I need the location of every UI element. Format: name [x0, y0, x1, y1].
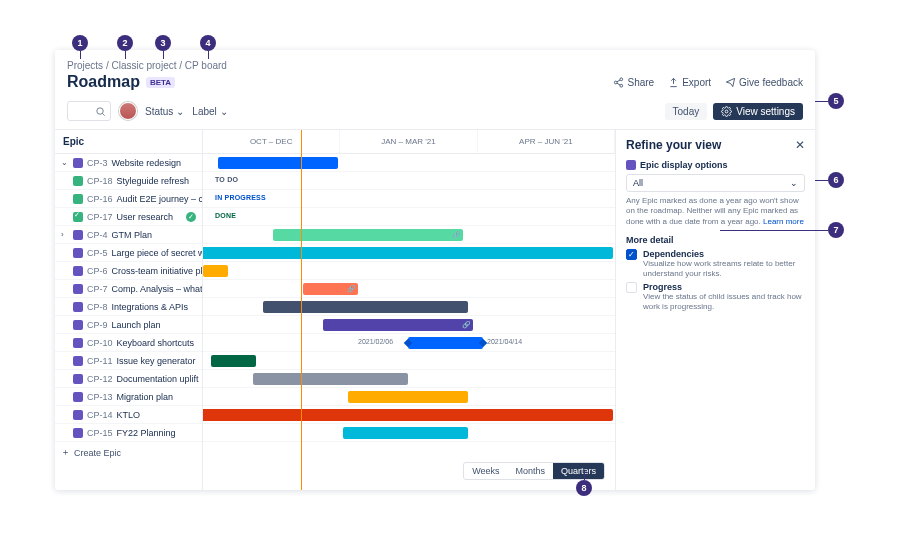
gantt-bar[interactable]: 🔗: [303, 283, 358, 295]
export-button[interactable]: Export: [668, 77, 711, 88]
zoom-weeks[interactable]: Weeks: [464, 463, 507, 479]
breadcrumb[interactable]: Projects / Classic project / CP board: [55, 50, 815, 73]
gantt-bar[interactable]: [263, 301, 468, 313]
svg-point-0: [620, 77, 623, 80]
gantt-bar[interactable]: [203, 247, 613, 259]
story-icon: [73, 194, 83, 204]
date-label: 2021/04/14: [487, 338, 522, 345]
epic-row[interactable]: CP-9Launch plan: [55, 316, 202, 334]
search-icon: [95, 106, 106, 117]
today-marker: [301, 130, 302, 490]
epic-row[interactable]: CP-16Audit E2E journey – consu…: [55, 190, 202, 208]
epic-icon: [73, 248, 83, 258]
epic-row[interactable]: CP-6Cross-team initiative planning: [55, 262, 202, 280]
timeline[interactable]: OCT – DEC JAN – MAR '21 APR – JUN '21 TO…: [203, 130, 615, 490]
epic-row[interactable]: CP-15FY22 Planning: [55, 424, 202, 442]
epic-row[interactable]: CP-12Documentation uplift: [55, 370, 202, 388]
learn-more-link[interactable]: Learn more: [763, 217, 804, 226]
gantt-bar[interactable]: [408, 337, 483, 349]
gantt-bar[interactable]: [218, 157, 338, 169]
gantt-bar[interactable]: 🔗: [323, 319, 473, 331]
refine-view-panel: Refine your view ✕ Epic display options …: [615, 130, 815, 490]
timeline-lane: [203, 424, 615, 442]
chevron-down-icon: ⌄: [176, 106, 184, 117]
issue-summary: GTM Plan: [112, 230, 153, 240]
timeline-header: OCT – DEC JAN – MAR '21 APR – JUN '21: [203, 130, 615, 154]
status-label: TO DO: [215, 176, 238, 183]
epic-row[interactable]: CP-18Styleguide refresh: [55, 172, 202, 190]
gantt-bar[interactable]: [348, 391, 468, 403]
epic-row[interactable]: CP-11Issue key generator: [55, 352, 202, 370]
status-filter[interactable]: Status ⌄: [145, 106, 184, 117]
epic-row[interactable]: ⌄CP-3Website redesign: [55, 154, 202, 172]
label-filter[interactable]: Label ⌄: [192, 106, 227, 117]
today-button[interactable]: Today: [665, 103, 708, 120]
issue-summary: Styleguide refresh: [117, 176, 190, 186]
chevron-down-icon: ⌄: [790, 178, 798, 188]
gantt-bar[interactable]: [203, 409, 613, 421]
feedback-button[interactable]: Give feedback: [725, 77, 803, 88]
issue-key: CP-16: [87, 194, 113, 204]
issue-key: CP-15: [87, 428, 113, 438]
panel-title: Refine your view: [626, 138, 721, 152]
timeline-lane: [203, 370, 615, 388]
epic-icon: [73, 302, 83, 312]
callout-3: 3: [155, 35, 171, 51]
zoom-months[interactable]: Months: [507, 463, 553, 479]
beta-badge: BETA: [146, 77, 175, 88]
issue-key: CP-8: [87, 302, 108, 312]
timeline-lane: IN PROGRESS: [203, 190, 615, 208]
epic-row[interactable]: CP-8Integrations & APIs: [55, 298, 202, 316]
dependencies-label: Dependencies: [643, 249, 805, 259]
epic-icon: [73, 320, 83, 330]
close-icon[interactable]: ✕: [795, 138, 805, 152]
epic-row[interactable]: CP-14KTLO: [55, 406, 202, 424]
svg-point-3: [97, 107, 103, 113]
issue-summary: Cross-team initiative planning: [112, 266, 202, 276]
timeline-lane: 🔗: [203, 226, 615, 244]
epic-row[interactable]: CP-5Large piece of secret work: [55, 244, 202, 262]
gantt-bar[interactable]: [211, 355, 256, 367]
issue-summary: KTLO: [117, 410, 141, 420]
progress-checkbox[interactable]: [626, 282, 637, 293]
epic-icon: [73, 338, 83, 348]
gantt-bar[interactable]: [253, 373, 408, 385]
dependencies-checkbox[interactable]: ✓: [626, 249, 637, 260]
epic-row[interactable]: CP-10Keyboard shortcuts: [55, 334, 202, 352]
epic-row[interactable]: ›CP-4GTM Plan: [55, 226, 202, 244]
timeline-lane: 2021/02/062021/04/14: [203, 334, 615, 352]
search-input[interactable]: [67, 101, 111, 121]
issue-key: CP-3: [87, 158, 108, 168]
progress-label: Progress: [643, 282, 805, 292]
timeline-lane: [203, 298, 615, 316]
link-icon: 🔗: [346, 284, 356, 294]
epic-row[interactable]: CP-13Migration plan: [55, 388, 202, 406]
epic-icon: [73, 230, 83, 240]
avatar[interactable]: [119, 102, 137, 120]
more-detail-header: More detail: [626, 235, 805, 245]
epic-row[interactable]: CP-17User research✓: [55, 208, 202, 226]
issue-summary: Launch plan: [112, 320, 161, 330]
gantt-bar[interactable]: [343, 427, 468, 439]
share-button[interactable]: Share: [613, 77, 654, 88]
link-icon: 🔗: [451, 230, 461, 240]
gantt-bar[interactable]: [203, 265, 228, 277]
timeline-lane: [203, 388, 615, 406]
zoom-quarters[interactable]: Quarters: [553, 463, 604, 479]
issue-key: CP-5: [87, 248, 108, 258]
page-title: Roadmap: [67, 73, 140, 91]
chevron-icon: ›: [61, 230, 69, 239]
issue-summary: Comp. Analysis – what's out the…: [112, 284, 202, 294]
roadmap-app: Projects / Classic project / CP board Ro…: [55, 50, 815, 490]
epic-column-header: Epic: [55, 130, 202, 154]
status-label: IN PROGRESS: [215, 194, 266, 201]
issue-key: CP-9: [87, 320, 108, 330]
view-settings-button[interactable]: View settings: [713, 103, 803, 120]
timeline-lane: [203, 154, 615, 172]
epic-display-select[interactable]: All⌄: [626, 174, 805, 192]
issue-summary: Keyboard shortcuts: [117, 338, 195, 348]
create-epic[interactable]: ＋Create Epic: [55, 442, 202, 463]
issue-summary: Documentation uplift: [117, 374, 199, 384]
epic-row[interactable]: CP-7Comp. Analysis – what's out the…: [55, 280, 202, 298]
epic-icon: [73, 374, 83, 384]
